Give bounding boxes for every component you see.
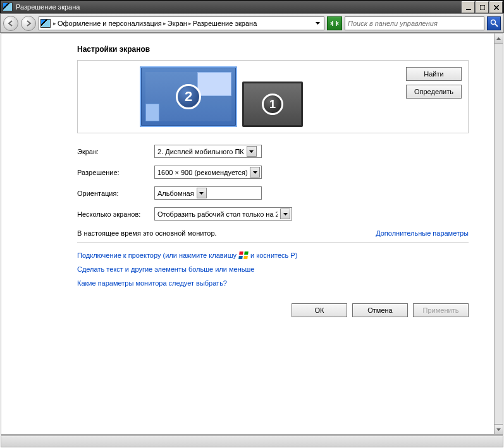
page-title: Настройки экранов xyxy=(77,45,469,54)
app-icon xyxy=(3,3,13,11)
chevron-down-icon xyxy=(250,167,260,178)
svg-line-5 xyxy=(495,24,498,27)
chevron-down-icon xyxy=(197,188,207,198)
text-size-link[interactable]: Сделать текст и другие элементы больше и… xyxy=(77,265,254,273)
orientation-select[interactable]: Альбомная xyxy=(154,186,262,200)
search-button[interactable] xyxy=(487,16,501,30)
status-bar xyxy=(1,435,503,447)
scroll-down-icon[interactable] xyxy=(495,424,503,434)
breadcrumb-item[interactable]: Экран xyxy=(168,20,187,27)
window-controls xyxy=(462,1,503,13)
search-box xyxy=(345,16,484,30)
refresh-button[interactable] xyxy=(327,16,342,30)
monitors-panel: 2 1 Найти Определить xyxy=(77,60,469,133)
projector-link[interactable]: Подключение к проектору (или нажмите кла… xyxy=(77,251,237,259)
control-panel-icon xyxy=(40,19,51,28)
content-area: Настройки экранов 2 1 Найти Определить xyxy=(1,33,495,435)
maximize-button[interactable] xyxy=(476,1,489,13)
breadcrumb-item[interactable]: Разрешение экрана xyxy=(193,20,257,27)
vertical-scrollbar[interactable] xyxy=(495,33,503,435)
multiple-displays-label: Несколько экранов: xyxy=(77,210,154,218)
chevron-right-icon: ▸ xyxy=(52,20,58,27)
primary-monitor-text: В настоящее время это основной монитор. xyxy=(77,229,217,237)
chevron-down-icon xyxy=(247,146,257,157)
window-titlebar: Разрешение экрана xyxy=(0,0,504,13)
which-settings-link[interactable]: Какие параметры монитора следует выбрать… xyxy=(77,279,227,287)
breadcrumb-item[interactable]: Оформление и персонализация xyxy=(58,20,162,27)
monitor-1[interactable]: 1 xyxy=(242,82,303,127)
search-input[interactable] xyxy=(345,17,484,30)
resolution-label: Разрешение: xyxy=(77,169,154,176)
resolution-select[interactable]: 1600 × 900 (рекомендуется) xyxy=(154,166,262,179)
display-label: Экран: xyxy=(77,148,154,155)
chevron-right-icon: ▸ xyxy=(187,20,193,27)
multiple-displays-select[interactable]: Отобразить рабочий стол только на 2 xyxy=(154,207,292,221)
svg-point-4 xyxy=(491,20,495,25)
apply-button[interactable]: Применить xyxy=(413,303,469,317)
window-title: Разрешение экрана xyxy=(15,3,462,11)
select-value: 2. Дисплей мобильного ПК xyxy=(157,148,244,155)
svg-rect-1 xyxy=(480,5,485,10)
breadcrumb-dropdown[interactable] xyxy=(312,17,323,30)
chevron-right-icon: ▸ xyxy=(162,20,168,27)
navigation-bar: ▸ Оформление и персонализация ▸ Экран ▸ … xyxy=(0,13,504,33)
windows-key-icon xyxy=(239,251,248,259)
separator xyxy=(77,242,469,243)
select-value: Отобразить рабочий стол только на 2 xyxy=(157,210,278,218)
monitor-number: 2 xyxy=(176,84,201,109)
close-button[interactable] xyxy=(489,1,503,13)
cancel-button[interactable]: Отмена xyxy=(352,303,408,317)
select-value: 1600 × 900 (рекомендуется) xyxy=(157,169,247,176)
advanced-settings-link[interactable]: Дополнительные параметры xyxy=(376,229,469,237)
breadcrumb[interactable]: ▸ Оформление и персонализация ▸ Экран ▸ … xyxy=(39,16,324,30)
detect-button[interactable]: Найти xyxy=(406,67,462,81)
monitor-2[interactable]: 2 xyxy=(140,66,237,127)
ok-button[interactable]: ОК xyxy=(292,303,347,317)
identify-button[interactable]: Определить xyxy=(406,85,462,99)
display-select[interactable]: 2. Дисплей мобильного ПК xyxy=(154,145,262,158)
forward-button[interactable] xyxy=(21,16,36,31)
scroll-up-icon[interactable] xyxy=(495,33,503,44)
svg-rect-0 xyxy=(466,9,471,10)
back-button[interactable] xyxy=(3,16,18,31)
monitor-number: 1 xyxy=(262,94,283,115)
minimize-button[interactable] xyxy=(462,1,475,13)
chevron-down-icon xyxy=(280,209,290,219)
select-value: Альбомная xyxy=(157,190,194,197)
orientation-label: Ориентация: xyxy=(77,190,154,197)
projector-link-suffix[interactable]: и коснитесь P) xyxy=(250,251,297,259)
